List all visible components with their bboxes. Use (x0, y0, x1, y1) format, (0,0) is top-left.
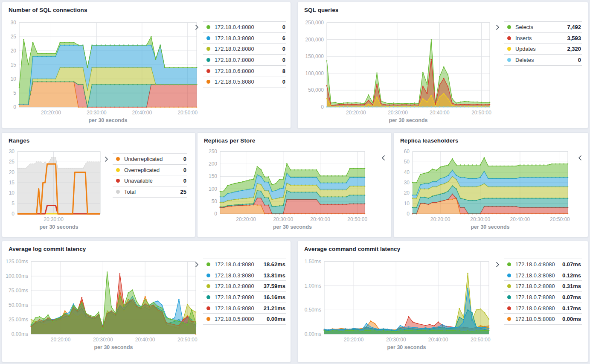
svg-text:150: 150 (209, 173, 217, 179)
legend: 172.18.0.4:808018.62ms172.18.0.3:808013.… (203, 259, 286, 325)
legend-row[interactable]: 172.18.0.6:80808 (203, 65, 286, 76)
svg-text:20:40:00: 20:40:00 (430, 110, 450, 116)
legend-row[interactable]: Underreplicated0 (113, 153, 187, 164)
panel-command-commit-latency: Average command commit latency 0.00ms0.5… (297, 241, 588, 362)
svg-text:5: 5 (12, 201, 15, 207)
svg-text:20:20:00: 20:20:00 (51, 337, 71, 343)
red-series-dot-icon (507, 306, 511, 310)
legend-row[interactable]: 172.18.0.3:80806 (203, 32, 286, 44)
legend-row[interactable]: 172.18.0.6:80800.17ms (504, 303, 582, 314)
legend-value: 0.00ms (562, 316, 582, 322)
svg-text:0: 0 (321, 104, 324, 110)
red-series-dot-icon (206, 306, 210, 310)
legend-row[interactable]: 172.18.0.7:80800 (203, 54, 286, 65)
legend: Selects7,492Inserts3,593Updates2,320Dele… (504, 21, 582, 66)
panel-title: Average command commit latency (304, 246, 400, 252)
lightblue-series-dot-icon (507, 58, 511, 62)
legend-row[interactable]: Selects7,492 (504, 21, 582, 32)
svg-text:20:30:00: 20:30:00 (93, 337, 113, 343)
gray-series-dot-icon (116, 190, 120, 194)
legend-row[interactable]: 172.18.0.2:808037.59ms (203, 280, 286, 291)
legend-row[interactable]: 172.18.0.4:80800.07ms (504, 259, 582, 270)
svg-text:20:30:00: 20:30:00 (273, 216, 293, 222)
legend-row[interactable]: 172.18.0.3:80800.12ms (504, 270, 582, 281)
svg-text:25: 25 (11, 34, 17, 40)
legend-label: Total (124, 189, 136, 195)
svg-text:75.00ms: 75.00ms (9, 288, 28, 294)
legend-label: 172.18.0.7:8080 (215, 57, 254, 63)
legend-expand-icon[interactable] (496, 262, 501, 269)
svg-text:50: 50 (212, 198, 218, 204)
legend-row[interactable]: 172.18.0.2:80800 (203, 43, 286, 54)
legend-label: Underreplicated (124, 156, 163, 162)
svg-text:30: 30 (11, 20, 17, 26)
legend-row[interactable]: Overreplicated0 (113, 164, 187, 175)
svg-text:50,000: 50,000 (308, 87, 324, 93)
legend-row[interactable]: Updates2,320 (504, 43, 582, 54)
legend-row[interactable]: 172.18.0.3:808013.81ms (203, 270, 286, 281)
legend-label: Updates (515, 46, 536, 52)
ranges-chart[interactable]: 05101520253020:30:00per 30 seconds (4, 146, 106, 236)
legend-expand-icon[interactable] (195, 262, 201, 269)
legend: 172.18.0.4:80800172.18.0.3:80806172.18.0… (203, 21, 286, 87)
legend-label: 172.18.0.3:8080 (215, 272, 254, 279)
legend-label: 172.18.0.7:8080 (515, 294, 555, 300)
svg-text:per 30 seconds: per 30 seconds (273, 224, 312, 230)
legend-value: 8 (282, 68, 286, 74)
legend-value: 0 (578, 57, 582, 63)
legend-row[interactable]: 172.18.0.6:808021.21ms (203, 303, 286, 314)
legend-value: 0 (183, 156, 187, 162)
legend-value: 0.17ms (562, 305, 582, 312)
svg-text:50.00ms: 50.00ms (9, 302, 28, 308)
legend-label: 172.18.0.4:8080 (515, 261, 555, 268)
svg-text:100.00ms: 100.00ms (6, 273, 28, 279)
svg-text:30: 30 (404, 180, 410, 186)
legend-value: 2,320 (567, 46, 582, 52)
svg-text:20:50:00: 20:50:00 (471, 337, 491, 343)
orange-series-dot-icon (116, 157, 120, 161)
legend-row[interactable]: Inserts3,593 (504, 32, 582, 44)
svg-text:per 30 seconds: per 30 seconds (471, 224, 509, 230)
svg-text:per 30 seconds: per 30 seconds (94, 344, 133, 350)
legend-value: 0 (282, 57, 286, 63)
olive-series-dot-icon (206, 284, 210, 288)
legend-row[interactable]: 172.18.0.5:80800.00ms (504, 313, 582, 324)
legend-label: Overreplicated (124, 167, 160, 173)
legend-row[interactable]: 172.18.0.4:80800 (203, 21, 286, 32)
legend-label: Unavailable (124, 178, 153, 184)
legend-value: 0 (282, 24, 286, 30)
svg-text:20:50:00: 20:50:00 (177, 337, 198, 343)
legend-row[interactable]: Total25 (113, 186, 187, 197)
legend-row[interactable]: Unavailable0 (113, 175, 187, 186)
legend-row[interactable]: 172.18.0.5:80800.00ms (203, 313, 286, 324)
legend-row[interactable]: 172.18.0.2:80800.31ms (504, 280, 582, 291)
legend-collapse-icon[interactable] (578, 155, 582, 163)
svg-text:20:30:00: 20:30:00 (388, 110, 408, 116)
legend-expand-icon[interactable] (195, 24, 201, 32)
svg-text:200: 200 (209, 161, 217, 167)
yellow-series-dot-icon (116, 168, 120, 172)
svg-text:per 30 seconds: per 30 seconds (39, 224, 78, 230)
replicas-per-store-chart[interactable]: 05010015020025020:20:0020:30:0020:40:002… (199, 146, 383, 236)
legend-expand-icon[interactable] (105, 156, 110, 164)
replica-leaseholders-chart[interactable]: 010203040506020:20:0020:30:0020:40:0020:… (395, 146, 581, 236)
legend-value: 0 (183, 178, 187, 184)
legend-label: 172.18.0.3:8080 (215, 35, 254, 41)
orange-series-dot-icon (206, 317, 210, 321)
legend-collapse-icon[interactable] (381, 155, 385, 163)
legend-row[interactable]: Deletes0 (504, 54, 582, 65)
legend-row[interactable]: 172.18.0.4:808018.62ms (203, 259, 286, 270)
legend-row[interactable]: 172.18.0.7:808016.16ms (203, 291, 286, 303)
svg-text:250,000: 250,000 (305, 20, 324, 26)
svg-text:50: 50 (404, 159, 410, 165)
svg-text:20: 20 (404, 190, 410, 196)
legend-row[interactable]: 172.18.0.7:80800.07ms (504, 291, 582, 303)
svg-text:20:40:00: 20:40:00 (135, 337, 155, 343)
teal-series-dot-icon (206, 58, 210, 62)
legend-expand-icon[interactable] (496, 24, 501, 32)
legend-row[interactable]: 172.18.0.5:80800 (203, 76, 286, 87)
panel-title: Average log commit latency (9, 246, 86, 252)
legend-value: 25 (180, 189, 187, 195)
legend-value: 16.16ms (264, 294, 286, 300)
svg-text:15: 15 (9, 180, 15, 186)
